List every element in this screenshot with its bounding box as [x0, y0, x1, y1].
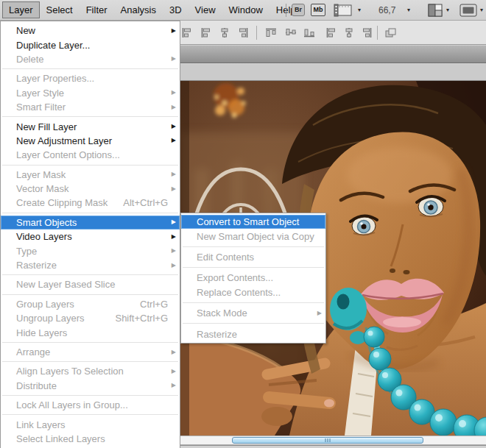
menu-item-label: Rasterize: [16, 260, 57, 271]
distribute-left-edges-icon[interactable]: [325, 27, 337, 38]
submenu-arrow-icon: ▶: [172, 56, 176, 62]
menu-item-label: Duplicate Layer...: [16, 40, 90, 51]
menu-bar-items: LayerSelectFilterAnalysis3DViewWindowHel…: [2, 0, 303, 20]
video-preview-icon[interactable]: [334, 4, 353, 20]
menu-item-new[interactable]: New▶: [1, 24, 180, 38]
menu-item-label: Layer Mask: [16, 169, 66, 180]
align-right-edges-icon[interactable]: [237, 27, 249, 38]
menu-item-layer-mask[interactable]: Layer Mask▶: [1, 168, 180, 182]
bridge-button[interactable]: Br: [292, 4, 305, 16]
menu-item-layer-properties[interactable]: Layer Properties...: [1, 71, 180, 85]
menu-item-label: Video Layers: [16, 231, 72, 242]
menu-item-replace-contents[interactable]: Replace Contents...: [181, 285, 325, 299]
menu-item-create-clipping-mask[interactable]: Create Clipping MaskAlt+Ctrl+G: [1, 196, 180, 210]
menu-item-video-layers[interactable]: Video Layers▶: [1, 230, 180, 243]
menubar-item-layer[interactable]: Layer: [2, 1, 40, 18]
menubar-item-window[interactable]: Window: [222, 1, 270, 18]
menu-item-label: Export Contents...: [197, 272, 273, 283]
menu-item-label: New Fill Layer: [16, 121, 77, 132]
menu-item-arrange[interactable]: Arrange▶: [1, 345, 180, 359]
menu-separator: [2, 116, 178, 117]
workspace-layout-icon[interactable]: [428, 4, 443, 20]
menu-item-label: Type: [16, 246, 37, 257]
zoom-level-dropdown-icon[interactable]: ▾: [407, 7, 410, 13]
menu-item-edit-contents[interactable]: Edit Contents: [181, 250, 325, 264]
menu-item-vector-mask[interactable]: Vector Mask▶: [1, 182, 180, 196]
screen-mode-icon[interactable]: [459, 4, 477, 20]
menu-item-delete[interactable]: Delete▶: [1, 52, 180, 66]
menu-item-label: Hide Layers: [16, 327, 67, 338]
menu-separator: [2, 165, 178, 166]
align-top-edges-icon[interactable]: [181, 27, 193, 38]
mb-button[interactable]: Mb: [311, 4, 325, 16]
menu-item-new-smart-object-via-copy[interactable]: New Smart Object via Copy: [181, 229, 325, 243]
menu-item-hide-layers[interactable]: Hide Layers: [1, 325, 180, 339]
menu-item-label: Stack Mode: [197, 307, 247, 319]
scrollbar-grip: [325, 438, 331, 442]
submenu-arrow-icon: ▶: [172, 248, 176, 254]
menu-separator: [183, 267, 324, 268]
menu-item-new-layer-based-slice[interactable]: New Layer Based Slice: [1, 277, 180, 291]
menu-item-label: Group Layers: [16, 299, 74, 310]
menubar-item-view[interactable]: View: [189, 1, 222, 18]
menu-separator: [2, 342, 178, 343]
submenu-arrow-icon: ▶: [172, 171, 176, 177]
submenu-arrow-icon: ▶: [172, 186, 176, 192]
submenu-arrow-icon: ▶: [172, 369, 176, 374]
menubar-item-filter[interactable]: Filter: [80, 1, 114, 18]
menu-item-convert-to-smart-object[interactable]: Convert to Smart Object: [181, 215, 325, 229]
options-separator: [377, 26, 378, 40]
scrollbar-thumb[interactable]: [232, 437, 423, 444]
menu-item-label: Align Layers To Selection: [16, 366, 124, 377]
menu-item-layer-style[interactable]: Layer Style▶: [1, 86, 180, 100]
menu-item-label: Vector Mask: [16, 183, 69, 194]
menu-item-label: New Layer Based Slice: [16, 279, 115, 290]
submenu-arrow-icon: ▶: [172, 234, 176, 240]
zoom-level-value[interactable]: 66,7: [378, 5, 395, 15]
auto-align-layers-icon[interactable]: [384, 27, 396, 38]
menu-item-link-layers[interactable]: Link Layers: [1, 417, 180, 431]
menu-separator: [2, 68, 178, 69]
menu-item-label: Layer Style: [16, 88, 64, 99]
menu-item-label: New: [16, 25, 35, 36]
align-top-edges-2-icon[interactable]: [265, 27, 277, 38]
menu-item-label: Create Clipping Mask: [16, 197, 108, 208]
menu-item-type[interactable]: Type▶: [1, 243, 180, 257]
menu-item-rasterize[interactable]: Rasterize: [181, 327, 325, 341]
distribute-right-edges-icon[interactable]: [361, 27, 373, 38]
menu-item-label: Smart Objects: [16, 217, 77, 228]
menu-separator: [2, 294, 178, 295]
menu-item-align-layers-to-selection[interactable]: Align Layers To Selection▶: [1, 364, 180, 378]
menu-item-export-contents[interactable]: Export Contents...: [181, 271, 325, 285]
align-horizontal-centers-icon[interactable]: [219, 27, 230, 38]
menubar-item-3d[interactable]: 3D: [163, 1, 189, 18]
workspace-layout-dropdown-icon[interactable]: ▾: [446, 7, 449, 13]
menu-item-new-adjustment-layer[interactable]: New Adjustment Layer▶: [1, 134, 180, 148]
menubar-item-select[interactable]: Select: [40, 1, 80, 18]
align-vertical-centers-icon[interactable]: [285, 27, 297, 38]
menu-item-new-fill-layer[interactable]: New Fill Layer▶: [1, 119, 180, 133]
menu-item-distribute[interactable]: Distribute▶: [1, 379, 180, 393]
menu-item-rasterize[interactable]: Rasterize▶: [1, 258, 180, 272]
align-left-edges-icon[interactable]: [200, 27, 212, 38]
menu-item-smart-objects[interactable]: Smart Objects▶: [1, 216, 180, 230]
menu-item-ungroup-layers[interactable]: Ungroup LayersShift+Ctrl+G: [1, 311, 180, 325]
menu-item-layer-content-options[interactable]: Layer Content Options...: [1, 148, 180, 162]
menu-item-smart-filter[interactable]: Smart Filter▶: [1, 100, 180, 114]
screen-mode-dropdown-icon[interactable]: ▾: [480, 7, 483, 13]
menu-item-lock-all-layers-in-group[interactable]: Lock All Layers in Group...: [1, 398, 180, 412]
distribute-horizontal-centers-icon[interactable]: [343, 27, 355, 38]
toolbar-separator: [286, 4, 286, 17]
layer-menu-panel: New▶Duplicate Layer...Delete▶Layer Prope…: [0, 21, 180, 448]
menu-item-duplicate-layer[interactable]: Duplicate Layer...: [1, 38, 180, 51]
menu-item-label: Lock All Layers in Group...: [16, 399, 128, 410]
align-bottom-edges-icon[interactable]: [303, 27, 315, 38]
submenu-arrow-icon: ▶: [172, 219, 176, 225]
menu-item-stack-mode[interactable]: Stack Mode▶: [181, 306, 325, 320]
menu-item-label: Replace Contents...: [197, 287, 281, 298]
menu-item-select-linked-layers[interactable]: Select Linked Layers: [1, 432, 180, 446]
menubar-item-analysis[interactable]: Analysis: [114, 1, 163, 18]
menu-item-group-layers[interactable]: Group LayersCtrl+G: [1, 297, 180, 311]
video-preview-dropdown-icon[interactable]: ▾: [358, 7, 361, 13]
horizontal-scrollbar[interactable]: [180, 435, 486, 445]
